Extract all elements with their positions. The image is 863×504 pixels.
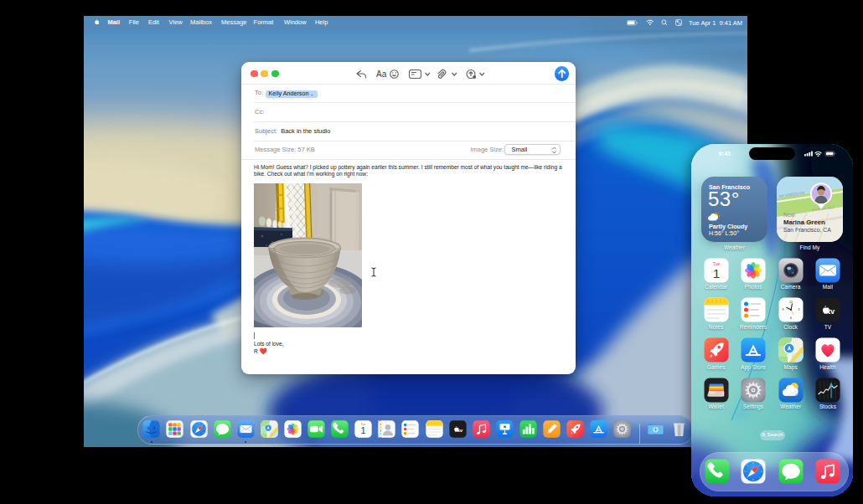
svg-text:Aa: Aa: [376, 69, 387, 79]
